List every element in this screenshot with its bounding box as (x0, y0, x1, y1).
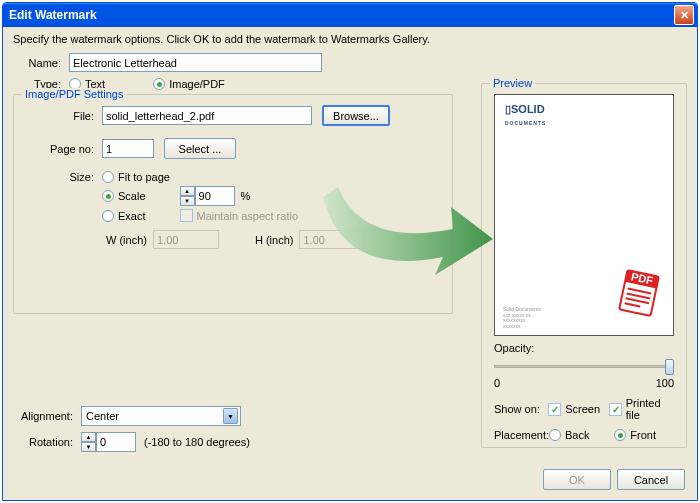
opacity-slider[interactable] (494, 356, 674, 376)
placement-front-label: Front (630, 429, 656, 441)
alignment-value: Center (86, 410, 119, 422)
pdf-icon: PDF (613, 269, 665, 317)
showon-label: Show on: (494, 403, 548, 415)
slider-thumb[interactable] (665, 359, 674, 375)
preview-logo: ▯SOLID DOCUMENTS (505, 103, 546, 127)
showon-screen-checkbox[interactable]: ✓ Screen (548, 403, 600, 416)
window-title: Edit Watermark (9, 8, 674, 22)
opacity-label: Opacity: (494, 342, 674, 354)
preview-group: Preview ▯SOLID DOCUMENTS PDF (481, 83, 687, 448)
size-scale-label: Scale (118, 190, 146, 202)
checkbox-icon: ✓ (609, 403, 621, 416)
type-image-radio[interactable]: Image/PDF (153, 78, 225, 90)
close-button[interactable]: ✕ (674, 5, 694, 25)
size-exact-label: Exact (118, 210, 146, 222)
showon-printed-label: Printed file (626, 397, 674, 421)
showon-screen-label: Screen (565, 403, 600, 415)
preview-footer: Solid Documentsxxx xxxxx xxxxxxxxxxxxxxx… (503, 307, 541, 329)
pageno-label: Page no: (26, 143, 94, 155)
placement-front-radio[interactable]: Front (614, 429, 656, 441)
placement-back-radio[interactable]: Back (549, 429, 589, 441)
cancel-button[interactable]: Cancel (617, 469, 685, 490)
placement-back-label: Back (565, 429, 589, 441)
spinner-up-icon[interactable]: ▲ (81, 432, 96, 442)
file-input[interactable] (102, 106, 312, 125)
size-exact-radio[interactable]: Exact (102, 210, 146, 222)
type-image-label: Image/PDF (169, 78, 225, 90)
browse-button[interactable]: Browse... (322, 105, 390, 126)
checkbox-icon (180, 209, 193, 222)
radio-icon (153, 78, 165, 90)
alignment-label: Alignment: (13, 410, 73, 422)
rotation-spinner[interactable]: ▲ ▼ (81, 432, 136, 452)
aspect-ratio-label: Maintain aspect ratio (197, 210, 299, 222)
description-text: Specify the watermark options. Click OK … (13, 33, 687, 45)
settings-legend: Image/PDF Settings (22, 88, 126, 100)
close-icon: ✕ (680, 9, 689, 22)
spinner-down-icon[interactable]: ▼ (81, 442, 96, 452)
scale-spinner[interactable]: ▲ ▼ (180, 186, 235, 206)
height-input (299, 230, 365, 249)
slider-track (494, 365, 674, 368)
opacity-max: 100 (656, 377, 674, 389)
checkbox-icon: ✓ (548, 403, 561, 416)
height-label: H (inch) (255, 234, 294, 246)
size-fit-radio[interactable]: Fit to page (102, 171, 170, 183)
showon-printed-checkbox[interactable]: ✓ Printed file (609, 397, 674, 421)
radio-icon (102, 171, 114, 183)
preview-legend: Preview (490, 77, 535, 89)
spinner-up-icon[interactable]: ▲ (180, 186, 195, 196)
percent-label: % (241, 190, 251, 202)
radio-icon (102, 210, 114, 222)
rotation-label: Rotation: (13, 436, 73, 448)
edit-watermark-dialog: Edit Watermark ✕ Specify the watermark o… (2, 2, 698, 501)
opacity-min: 0 (494, 377, 500, 389)
scale-input[interactable] (195, 186, 235, 206)
name-label: Name: (13, 57, 61, 69)
select-page-button[interactable]: Select ... (164, 138, 236, 159)
width-input (153, 230, 219, 249)
size-fit-label: Fit to page (118, 171, 170, 183)
image-pdf-settings-group: Image/PDF Settings File: Browse... Page … (13, 94, 453, 314)
file-label: File: (26, 110, 94, 122)
size-label: Size: (26, 171, 94, 183)
chevron-down-icon: ▼ (223, 408, 238, 424)
spinner-down-icon[interactable]: ▼ (180, 196, 195, 206)
radio-icon (614, 429, 626, 441)
width-label: W (inch) (106, 234, 147, 246)
alignment-select[interactable]: Center ▼ (81, 406, 241, 426)
pageno-input[interactable] (102, 139, 154, 158)
rotation-input[interactable] (96, 432, 136, 452)
ok-button: OK (543, 469, 611, 490)
rotation-hint: (-180 to 180 degrees) (144, 436, 250, 448)
radio-icon (549, 429, 561, 441)
titlebar: Edit Watermark ✕ (3, 3, 697, 27)
placement-label: Placement: (494, 429, 549, 441)
document-preview: ▯SOLID DOCUMENTS PDF Solid Documentsxxx … (494, 94, 674, 336)
radio-icon (102, 190, 114, 202)
size-scale-radio[interactable]: Scale (102, 190, 146, 202)
name-input[interactable] (69, 53, 322, 72)
aspect-ratio-checkbox: Maintain aspect ratio (180, 209, 299, 222)
